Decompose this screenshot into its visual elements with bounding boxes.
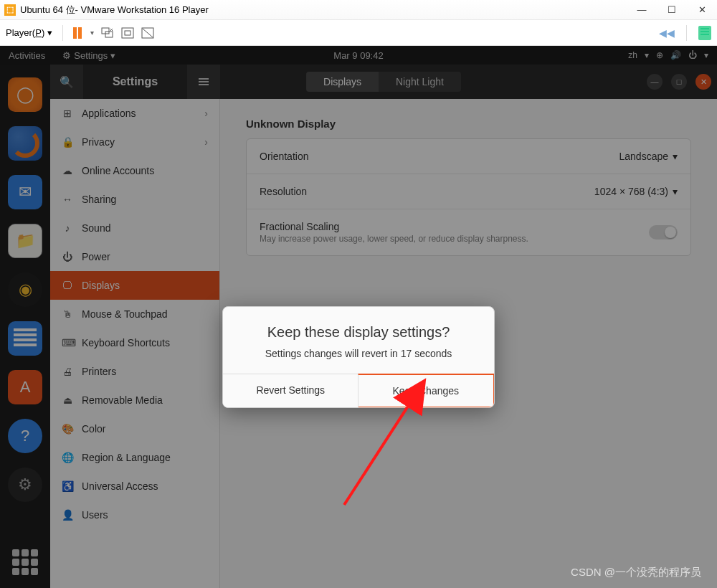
sidebar-icon: ⏻ xyxy=(62,251,73,262)
sidebar-icon: ⊞ xyxy=(62,108,73,119)
send-ctrl-alt-del-icon[interactable] xyxy=(101,27,114,39)
sidebar-icon: ♪ xyxy=(62,222,73,234)
dialog-title: Keep these display settings? xyxy=(237,324,480,341)
sidebar-icon: 🌐 xyxy=(62,452,73,463)
orientation-value: Landscape xyxy=(619,151,668,162)
orientation-row[interactable]: Orientation Landscape ▾ xyxy=(247,139,690,174)
sidebar-icon: ⌨ xyxy=(62,337,73,348)
sidebar-item-label: Universal Access xyxy=(82,480,158,492)
sidebar-item-sound[interactable]: ♪Sound xyxy=(50,214,219,242)
dock-ubuntu-icon[interactable]: ◯ xyxy=(8,77,42,112)
sidebar-item-printers[interactable]: 🖨Printers xyxy=(50,357,219,386)
dock-rhythmbox-icon[interactable]: ◉ xyxy=(8,272,42,307)
display-panel: Orientation Landscape ▾ Resolution 1024 … xyxy=(246,138,691,256)
window-close-button[interactable]: ✕ xyxy=(695,74,711,90)
fullscreen-icon[interactable] xyxy=(121,27,134,39)
settings-sidebar: ⊞Applications›🔒Privacy›☁Online Accounts↔… xyxy=(50,99,220,588)
pause-icon[interactable] xyxy=(73,27,82,39)
window-minimize-button[interactable]: — xyxy=(647,74,663,90)
resolution-value: 1024 × 768 (4:3) xyxy=(594,186,668,197)
sidebar-item-applications[interactable]: ⊞Applications› xyxy=(50,99,219,128)
fast-forward-icon[interactable]: ◀◀ xyxy=(659,27,675,39)
chevron-down-icon: ▾ xyxy=(704,50,708,60)
gnome-topbar: Activities ⚙ Settings ▾ Mar 9 09:42 zh ▾… xyxy=(0,46,717,65)
clock[interactable]: Mar 9 09:42 xyxy=(333,50,383,61)
tab-night-light[interactable]: Night Light xyxy=(379,72,461,92)
sidebar-item-label: Power xyxy=(82,251,110,262)
resolution-row[interactable]: Resolution 1024 × 768 (4:3) ▾ xyxy=(247,174,690,209)
svg-rect-3 xyxy=(125,31,130,35)
tab-displays[interactable]: Displays xyxy=(306,72,379,92)
sidebar-item-label: Removable Media xyxy=(82,394,163,406)
sidebar-icon: 🔒 xyxy=(62,136,73,148)
settings-title: Settings xyxy=(83,75,187,88)
sidebar-item-removable-media[interactable]: ⏏Removable Media xyxy=(50,386,219,414)
sidebar-item-label: Online Accounts xyxy=(82,165,154,176)
scaling-sublabel: May increase power usage, lower speed, o… xyxy=(260,234,528,244)
dock-firefox-icon[interactable] xyxy=(8,126,42,161)
network-icon[interactable]: ⊕ xyxy=(656,50,663,60)
sidebar-icon: 👤 xyxy=(62,509,73,521)
hamburger-menu[interactable] xyxy=(187,65,220,99)
sidebar-item-keyboard-shortcuts[interactable]: ⌨Keyboard Shortcuts xyxy=(50,328,219,357)
sidebar-item-sharing[interactable]: ↔Sharing xyxy=(50,185,219,214)
sidebar-item-label: Color xyxy=(82,423,105,435)
search-button[interactable]: 🔍 xyxy=(50,65,83,99)
scaling-toggle[interactable] xyxy=(649,225,678,240)
chevron-down-icon: ▾ xyxy=(673,151,678,162)
player-menu[interactable]: Player(P) ▾ xyxy=(6,27,52,38)
sidebar-item-displays[interactable]: 🖵Displays xyxy=(50,271,219,300)
show-applications-icon[interactable] xyxy=(12,549,38,575)
sidebar-item-label: Mouse & Touchpad xyxy=(82,308,168,320)
sidebar-item-label: Displays xyxy=(82,280,120,291)
dock-settings-icon[interactable]: ⚙ xyxy=(8,468,42,502)
sidebar-item-label: Sound xyxy=(82,222,110,234)
dock-help-icon[interactable]: ? xyxy=(8,419,42,453)
dock-files-icon[interactable]: 📁 xyxy=(8,224,42,258)
vmware-logo-icon: ⬚ xyxy=(4,4,16,16)
separator xyxy=(62,25,63,41)
sidebar-icon: ↔ xyxy=(62,194,73,205)
sidebar-item-online-accounts[interactable]: ☁Online Accounts xyxy=(50,156,219,185)
minimize-button[interactable]: — xyxy=(637,4,647,15)
keep-changes-button[interactable]: Keep Changes xyxy=(358,374,495,408)
dock-software-icon[interactable]: A xyxy=(8,370,42,404)
svg-rect-2 xyxy=(122,28,133,38)
sidebar-item-users[interactable]: 👤Users xyxy=(50,501,219,529)
sidebar-item-color[interactable]: 🎨Color xyxy=(50,414,219,443)
sidebar-item-privacy[interactable]: 🔒Privacy› xyxy=(50,128,219,156)
sidebar-item-label: Users xyxy=(82,509,108,521)
volume-icon[interactable]: 🔊 xyxy=(670,50,681,60)
sidebar-item-region-language[interactable]: 🌐Region & Language xyxy=(50,443,219,472)
sidebar-item-power[interactable]: ⏻Power xyxy=(50,242,219,271)
display-section-title: Unknown Display xyxy=(246,118,691,130)
sidebar-item-mouse-touchpad[interactable]: 🖱Mouse & Touchpad xyxy=(50,300,219,328)
sidebar-item-universal-access[interactable]: ♿Universal Access xyxy=(50,472,219,501)
orientation-label: Orientation xyxy=(260,151,308,162)
power-icon[interactable]: ⏻ xyxy=(688,50,697,60)
dock-thunderbird-icon[interactable]: ✉ xyxy=(8,175,42,209)
watermark: CSDN @一个没秃的程序员 xyxy=(571,566,701,579)
ubuntu-desktop: Activities ⚙ Settings ▾ Mar 9 09:42 zh ▾… xyxy=(0,46,717,588)
fractional-scaling-row: Fractional Scaling May increase power us… xyxy=(247,209,690,255)
chevron-down-icon[interactable]: ▾ xyxy=(90,29,94,37)
gear-icon: ⚙ xyxy=(62,50,71,61)
sidebar-icon: 🖱 xyxy=(62,308,73,320)
maximize-button[interactable]: ☐ xyxy=(667,4,677,15)
resolution-label: Resolution xyxy=(260,186,307,197)
vmware-toolbar: Player(P) ▾ ▾ ◀◀ xyxy=(0,20,717,46)
header-tabs: Displays Night Light xyxy=(306,72,461,92)
chevron-down-icon: ▾ xyxy=(110,50,115,61)
close-button[interactable]: ✕ xyxy=(697,4,707,15)
notes-icon[interactable] xyxy=(698,26,711,40)
vmware-titlebar: ⬚ Ubuntu 64 位- VMware Workstation 16 Pla… xyxy=(0,0,717,20)
dock-writer-icon[interactable] xyxy=(8,321,42,356)
language-indicator[interactable]: zh xyxy=(628,50,637,60)
revert-settings-button[interactable]: Revert Settings xyxy=(223,374,358,407)
scaling-label: Fractional Scaling xyxy=(260,221,528,232)
app-menu[interactable]: ⚙ Settings ▾ xyxy=(62,50,115,61)
unity-icon[interactable] xyxy=(141,27,154,39)
ubuntu-dock: ◯ ✉ 📁 ◉ A ? ⚙ xyxy=(0,65,50,588)
activities-button[interactable]: Activities xyxy=(9,50,45,61)
window-maximize-button[interactable]: □ xyxy=(671,74,687,90)
